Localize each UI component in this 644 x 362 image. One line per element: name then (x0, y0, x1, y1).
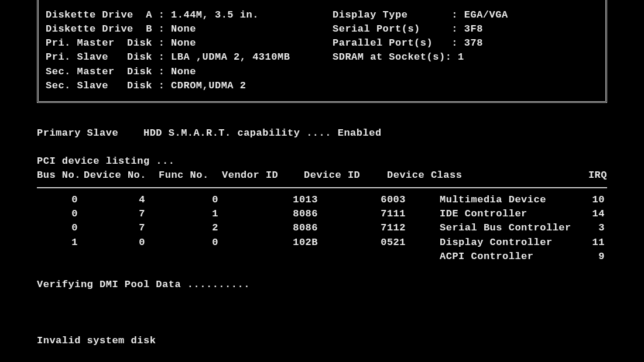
bios-post-screen: Diskette Drive A : 1.44M, 3.5 in.Display… (0, 0, 644, 362)
pci-cell-devid (318, 250, 406, 264)
config-right: Display Type : EGA/VGA (333, 8, 600, 22)
pci-cell-func: 1 (145, 207, 218, 221)
pci-cell-func (145, 250, 218, 264)
pci-cell-vendor: 8086 (218, 207, 318, 221)
col-header-irq: IRQ (545, 168, 607, 182)
pci-cell-devid: 6003 (318, 193, 406, 207)
config-right: Parallel Port(s) : 378 (333, 36, 600, 50)
config-row: Sec. Master Disk : None (46, 65, 600, 79)
col-header-devid: Device ID (304, 168, 387, 182)
col-header-dev: Device No. (84, 168, 159, 182)
config-row: Diskette Drive B : NoneSerial Port(s) : … (46, 22, 600, 36)
pci-cell-vendor: 8086 (218, 221, 318, 235)
pci-cell-irq: 10 (578, 193, 605, 207)
pci-cell-vendor: 1013 (218, 193, 318, 207)
config-left: Sec. Master Disk : None (46, 65, 333, 79)
pci-cell-vendor: 102B (218, 236, 318, 250)
col-header-vendor: Vendor ID (222, 168, 304, 182)
pci-cell-irq: 11 (578, 236, 605, 250)
pci-cell-class: Multimedia Device (406, 193, 578, 207)
pci-row: 07180867111IDE Controller14 (37, 207, 607, 221)
pci-cell-irq: 14 (578, 207, 605, 221)
pci-cell-class: ACPI Controller (406, 250, 578, 264)
config-left: Diskette Drive B : None (46, 22, 333, 36)
config-left: Sec. Slave Disk : CDROM,UDMA 2 (46, 79, 333, 93)
config-left: Pri. Slave Disk : LBA ,UDMA 2, 4310MB (46, 50, 333, 64)
pci-cell-bus: 1 (37, 236, 78, 250)
pci-cell-vendor (218, 250, 318, 264)
config-right: SDRAM at Socket(s): 1 (333, 50, 600, 64)
pci-row: 100102B0521Display Controller11 (37, 236, 607, 250)
smart-value: Enabled (338, 127, 382, 139)
pci-cell-dev (78, 250, 145, 264)
pci-listing-title: PCI device listing ... (37, 154, 607, 168)
pci-cell-devid: 0521 (318, 236, 406, 250)
col-header-class: Device Class (387, 168, 545, 182)
pci-cell-irq: 9 (578, 250, 605, 264)
smart-status-line: Primary Slave HDD S.M.A.R.T. capability … (37, 126, 607, 140)
pci-cell-dev: 7 (78, 221, 145, 235)
config-left: Diskette Drive A : 1.44M, 3.5 in. (46, 8, 333, 22)
config-row: Pri. Slave Disk : LBA ,UDMA 2, 4310MBSDR… (46, 50, 600, 64)
config-row: Diskette Drive A : 1.44M, 3.5 in.Display… (46, 8, 600, 22)
pci-cell-irq: 3 (578, 221, 605, 235)
system-config-box: Diskette Drive A : 1.44M, 3.5 in.Display… (37, 0, 607, 103)
pci-cell-dev: 7 (78, 207, 145, 221)
pci-cell-class: Serial Bus Controller (406, 221, 578, 235)
error-block: Invalid system disk Replace the disk, an… (37, 306, 607, 362)
pci-cell-devid: 7111 (318, 207, 406, 221)
pci-cell-class: IDE Controller (406, 207, 578, 221)
config-right (333, 79, 600, 93)
pci-row: 07280867112Serial Bus Controller3 (37, 221, 607, 235)
pci-cell-bus: 0 (37, 221, 78, 235)
pci-cell-func: 2 (145, 221, 218, 235)
pci-cell-bus: 0 (37, 207, 78, 221)
pci-cell-dev: 4 (78, 193, 145, 207)
pci-cell-func: 0 (145, 236, 218, 250)
pci-cell-bus: 0 (37, 193, 78, 207)
error-line-1: Invalid system disk (37, 334, 607, 348)
pci-cell-func: 0 (145, 193, 218, 207)
config-row: Pri. Master Disk : NoneParallel Port(s) … (46, 36, 600, 50)
config-right (333, 65, 600, 79)
verifying-dmi: Verifying DMI Pool Data .......... (37, 278, 607, 292)
config-right: Serial Port(s) : 3F8 (333, 22, 600, 36)
divider (37, 187, 607, 188)
pci-cell-dev: 0 (78, 236, 145, 250)
pci-row: ACPI Controller9 (37, 250, 607, 264)
pci-cell-devid: 7112 (318, 221, 406, 235)
smart-label: Primary Slave HDD S.M.A.R.T. capability … (37, 127, 331, 139)
config-row: Sec. Slave Disk : CDROM,UDMA 2 (46, 79, 600, 93)
pci-row: 04010136003Multimedia Device10 (37, 193, 607, 207)
pci-header-row: Bus No.Device No.Func No.Vendor IDDevice… (37, 168, 607, 182)
config-left: Pri. Master Disk : None (46, 36, 333, 50)
pci-cell-bus (37, 250, 78, 264)
col-header-func: Func No. (159, 168, 222, 182)
col-header-bus: Bus No. (37, 168, 84, 182)
pci-cell-class: Display Controller (406, 236, 578, 250)
